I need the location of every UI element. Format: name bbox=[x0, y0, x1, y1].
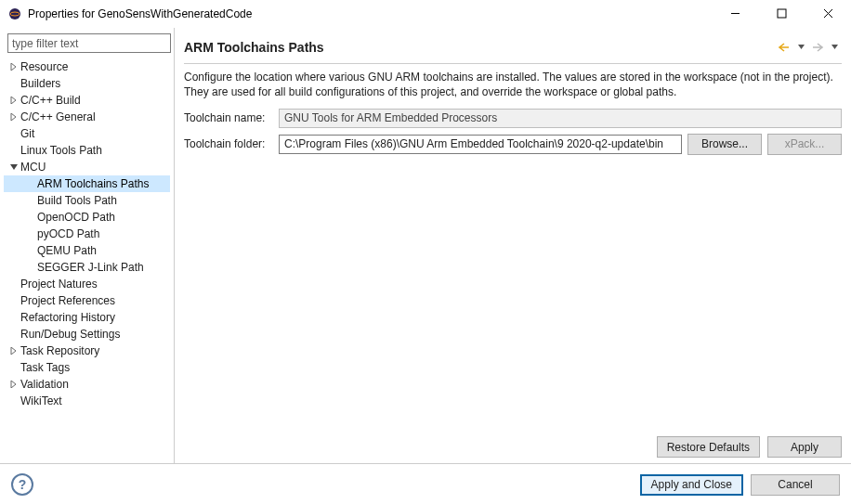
body: ResourceBuildersC/C++ BuildC/C++ General… bbox=[0, 28, 851, 463]
toolchain-folder-row: Toolchain folder: C:\Program Files (x86)… bbox=[184, 133, 842, 155]
tree-item-label: ARM Toolchains Paths bbox=[37, 177, 150, 190]
restore-defaults-button[interactable]: Restore Defaults bbox=[657, 436, 760, 458]
tree-item-label: QEMU Path bbox=[37, 244, 97, 257]
tree-item[interactable]: C/C++ General bbox=[4, 109, 170, 125]
tree-item[interactable]: Task Tags bbox=[4, 359, 170, 376]
tree-item[interactable]: Builders bbox=[4, 75, 170, 92]
browse-button[interactable]: Browse... bbox=[687, 134, 762, 155]
tree-twisty-icon[interactable] bbox=[7, 113, 20, 121]
help-icon[interactable]: ? bbox=[11, 473, 33, 496]
tree-item[interactable]: ARM Toolchains Paths bbox=[4, 175, 170, 192]
forward-arrow-icon[interactable] bbox=[810, 40, 825, 55]
footer: ? Apply and Close Cancel bbox=[0, 464, 851, 504]
svg-rect-3 bbox=[778, 9, 786, 18]
tree-twisty-icon[interactable] bbox=[7, 97, 20, 104]
tree-item-label: Builders bbox=[20, 77, 60, 90]
back-arrow-icon[interactable] bbox=[777, 40, 792, 55]
tree-item-label: MCU bbox=[20, 161, 46, 174]
window-title: Properties for GenoSensWithGeneratedCode bbox=[28, 7, 717, 20]
tree-item[interactable]: Project Natures bbox=[4, 276, 170, 292]
tree-item-label: Task Tags bbox=[20, 361, 70, 374]
tree-item[interactable]: Refactoring History bbox=[4, 309, 170, 326]
tree-item-label: SEGGER J-Link Path bbox=[37, 261, 144, 274]
tree-item-label: Resource bbox=[20, 60, 68, 73]
tree-item[interactable]: WikiText bbox=[4, 393, 170, 409]
right-bottom-buttons: Restore Defaults Apply bbox=[184, 431, 842, 458]
tree-item[interactable]: Task Repository bbox=[4, 342, 170, 359]
filter-input[interactable] bbox=[7, 33, 171, 53]
toolchain-folder-field[interactable]: C:\Program Files (x86)\GNU Arm Embedded … bbox=[279, 135, 682, 154]
tree-item-label: C/C++ General bbox=[20, 110, 96, 123]
toolchain-folder-label: Toolchain folder: bbox=[184, 137, 273, 150]
tree-twisty-icon[interactable] bbox=[7, 381, 20, 388]
tree-item[interactable]: Project References bbox=[4, 292, 170, 309]
page-heading: ARM Toolchains Paths bbox=[184, 40, 777, 55]
forward-menu-icon[interactable] bbox=[827, 40, 842, 55]
tree-item[interactable]: Linux Tools Path bbox=[4, 142, 170, 159]
heading-separator bbox=[184, 63, 842, 64]
nav-arrows bbox=[777, 40, 842, 55]
tree-item[interactable]: Build Tools Path bbox=[4, 192, 170, 209]
tree-item[interactable]: SEGGER J-Link Path bbox=[4, 259, 170, 276]
tree-item[interactable]: C/C++ Build bbox=[4, 92, 170, 109]
titlebar: Properties for GenoSensWithGeneratedCode bbox=[0, 0, 851, 28]
toolchain-name-row: Toolchain name: GNU Tools for ARM Embedd… bbox=[184, 107, 842, 129]
tree-item-label: Refactoring History bbox=[20, 311, 115, 324]
page-description: Configure the location where various GNU… bbox=[184, 70, 842, 99]
tree-item[interactable]: OpenOCD Path bbox=[4, 209, 170, 226]
close-button[interactable] bbox=[810, 1, 845, 27]
tree-item[interactable]: MCU bbox=[4, 159, 170, 175]
tree-item[interactable]: Validation bbox=[4, 376, 170, 393]
toolchain-name-label: Toolchain name: bbox=[184, 111, 273, 124]
tree-item[interactable]: Git bbox=[4, 125, 170, 142]
apply-and-close-button[interactable]: Apply and Close bbox=[640, 474, 743, 496]
tree-item-label: Build Tools Path bbox=[37, 194, 117, 207]
tree-twisty-icon[interactable] bbox=[7, 63, 20, 71]
tree-item-label: Git bbox=[20, 127, 34, 140]
tree-item-label: Project References bbox=[20, 294, 115, 307]
left-panel: ResourceBuildersC/C++ BuildC/C++ General… bbox=[0, 28, 175, 463]
tree-item-label: WikiText bbox=[20, 394, 62, 407]
svg-point-0 bbox=[9, 8, 20, 19]
back-menu-icon[interactable] bbox=[793, 40, 808, 55]
tree-item-label: Linux Tools Path bbox=[20, 144, 102, 157]
tree-item-label: Run/Debug Settings bbox=[20, 328, 120, 341]
toolchain-name-field: GNU Tools for ARM Embedded Processors bbox=[279, 109, 842, 128]
form-spacer bbox=[184, 159, 842, 431]
tree-item-label: C/C++ Build bbox=[20, 94, 81, 107]
tree-item[interactable]: Resource bbox=[4, 58, 170, 75]
tree-twisty-icon[interactable] bbox=[7, 347, 20, 355]
maximize-button[interactable] bbox=[764, 1, 799, 27]
tree-item[interactable]: Run/Debug Settings bbox=[4, 326, 170, 342]
apply-button[interactable]: Apply bbox=[767, 436, 842, 458]
tree[interactable]: ResourceBuildersC/C++ BuildC/C++ General… bbox=[4, 57, 170, 459]
tree-item-label: Task Repository bbox=[20, 344, 99, 357]
window-buttons bbox=[717, 1, 845, 27]
tree-item[interactable]: pyOCD Path bbox=[4, 226, 170, 242]
cancel-button[interactable]: Cancel bbox=[751, 474, 840, 496]
right-panel: ARM Toolchains Paths Configure the locat… bbox=[175, 28, 851, 463]
tree-item[interactable]: QEMU Path bbox=[4, 242, 170, 259]
eclipse-icon bbox=[7, 6, 22, 21]
tree-item-label: Project Natures bbox=[20, 278, 98, 291]
tree-item-label: Validation bbox=[20, 378, 69, 391]
xpack-button: xPack... bbox=[767, 134, 842, 155]
tree-item-label: OpenOCD Path bbox=[37, 211, 115, 224]
tree-twisty-icon[interactable] bbox=[7, 163, 20, 171]
minimize-button[interactable] bbox=[717, 1, 753, 27]
tree-item-label: pyOCD Path bbox=[37, 227, 99, 240]
heading-row: ARM Toolchains Paths bbox=[184, 33, 842, 61]
